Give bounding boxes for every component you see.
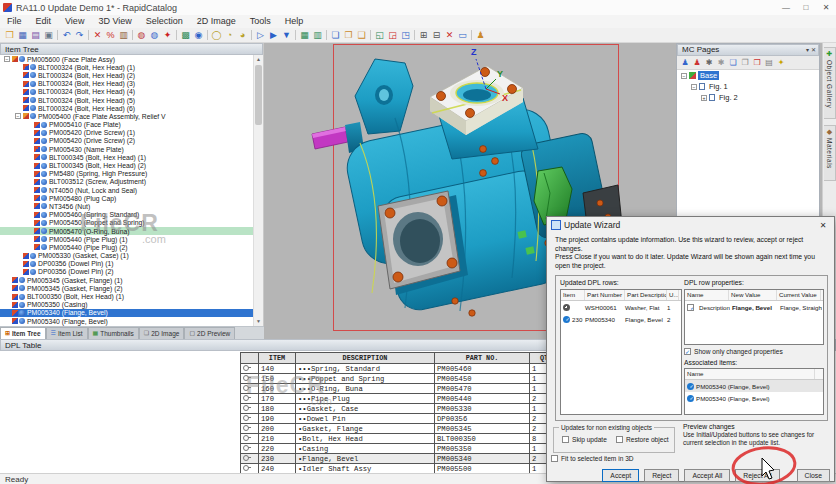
minimize-button[interactable]: — xyxy=(776,3,796,12)
view-cube-red-icon[interactable]: ◲ xyxy=(386,29,399,42)
expander-icon[interactable]: − xyxy=(681,73,687,79)
dialog-close-icon[interactable]: ✕ xyxy=(812,221,834,230)
play-step-icon[interactable]: ▷ xyxy=(254,29,267,42)
tree-item[interactable]: PM005420 (Drive Screw) (1) xyxy=(0,129,254,137)
menu-item-2d-image[interactable]: 2D Image xyxy=(190,15,243,28)
play-down-icon[interactable]: ▼ xyxy=(280,29,293,42)
checkbox-icon[interactable] xyxy=(562,436,569,443)
redo-icon[interactable]: ↷ xyxy=(73,29,86,42)
remove-view-icon[interactable]: ✕ xyxy=(443,29,456,42)
mc-page-item[interactable]: −Fig. 1 xyxy=(677,81,819,92)
tree-scrollbar[interactable]: ▲ ▼ xyxy=(253,55,263,326)
vertical-tab-materials[interactable]: ◆Materials xyxy=(824,125,836,181)
tab-2d-preview[interactable]: ▢2D Preview xyxy=(184,327,235,339)
mc-page-del-icon[interactable]: ❒ xyxy=(751,58,763,67)
mc-pages-tree[interactable]: −Base−Fig. 1+Fig. 2 xyxy=(677,70,819,103)
expander-icon[interactable]: − xyxy=(4,56,10,62)
tree-item[interactable]: BLT000345 (Bolt, Hex Head) (1) xyxy=(0,153,254,161)
menu-item-edit[interactable]: Edit xyxy=(29,15,59,28)
tree-item[interactable]: PM005430 (Name Plate) xyxy=(0,145,254,153)
associated-items-list[interactable]: Name✓PM005340 (Flange, Bevel)✓PM005340 (… xyxy=(684,368,824,415)
apply-view-icon[interactable]: ▦ xyxy=(298,29,311,42)
tree-item[interactable]: PM005410 (Face Plate) xyxy=(0,121,254,129)
mc-page-copy-icon[interactable]: ❐ xyxy=(739,58,751,67)
tab-item-list[interactable]: ☰Item List xyxy=(46,327,88,339)
item-tree[interactable]: −PM005600 (Face Plate Assy)BLT000324 (Bo… xyxy=(0,55,254,326)
camera-icon[interactable]: ◉ xyxy=(192,29,205,42)
maximize-button[interactable]: □ xyxy=(796,3,816,12)
mc-gear2-icon[interactable]: ✱ xyxy=(715,58,727,67)
reject-button[interactable]: Reject xyxy=(644,469,679,482)
tree-item[interactable]: PM005440 (Pipe Plug) (2) xyxy=(0,243,254,251)
tree-item[interactable]: PM005460 (Spring, Standard) xyxy=(0,211,254,219)
menu-item-file[interactable]: File xyxy=(0,15,29,28)
tree-item[interactable]: BLT000345 (Bolt, Hex Head) (2) xyxy=(0,161,254,169)
tree-item[interactable]: BLT000324 (Bolt, Hex Head) (6) xyxy=(0,104,254,112)
paste-page-icon[interactable]: ❐ xyxy=(342,29,355,42)
grid-alt-icon[interactable]: ⊟ xyxy=(430,29,443,42)
menu-item-help[interactable]: Help xyxy=(278,15,311,28)
tree-item[interactable]: PM005450 (Poppet and Spring) xyxy=(0,219,254,227)
mc-user-blue-icon[interactable]: ♟ xyxy=(679,58,691,67)
checkbox-icon[interactable] xyxy=(551,455,558,462)
accept-button[interactable]: Accept xyxy=(602,469,639,482)
close-button[interactable]: ✕ xyxy=(816,3,836,12)
vertical-tab-object-gallery[interactable]: ✚Object Gallery xyxy=(824,47,836,119)
tree-item[interactable]: PM5480 (Spring, High Pressure) xyxy=(0,170,254,178)
tree-item[interactable]: −PM005400 (Face Plate Assembly, Relief V xyxy=(0,112,254,120)
row-properties-list[interactable]: NameNew ValueCurrent Value✓DescriptionFl… xyxy=(684,289,824,345)
updated-dpl-row[interactable]: ✓230PM005340Flange, Bevel2 xyxy=(561,313,681,325)
play-icon[interactable]: ▶ xyxy=(267,29,280,42)
checkbox-icon[interactable]: ✓ xyxy=(687,304,694,311)
checkbox-icon[interactable] xyxy=(616,436,623,443)
undo-icon[interactable]: ↶ xyxy=(60,29,73,42)
tree-item[interactable]: BLT000324 (Bolt, Hex Head) (4) xyxy=(0,88,254,96)
tree-item[interactable]: PM005480 (Plug Cap) xyxy=(0,194,254,202)
grid-icon[interactable]: ⊞ xyxy=(417,29,430,42)
updated-rows-list[interactable]: ItemPart NumberPart DescriptionU...WSH00… xyxy=(560,289,682,415)
menu-item-tools[interactable]: Tools xyxy=(243,15,278,28)
print-icon[interactable]: ▣ xyxy=(42,29,55,42)
mc-gear-icon[interactable]: ✱ xyxy=(703,58,715,67)
tree-item[interactable]: NT3456 (Nut) xyxy=(0,202,254,210)
scroll-thumb[interactable] xyxy=(255,65,262,125)
mc-menu-icon[interactable]: ▾ xyxy=(806,44,809,56)
tree-item[interactable]: BLT000324 (Bolt, Hex Head) (2) xyxy=(0,71,254,79)
property-row[interactable]: ✓DescriptionFlange, BevelFlange, Straigh… xyxy=(685,301,823,313)
tree-item[interactable]: DP00356 (Dowel Pin) (1) xyxy=(0,260,254,268)
robot-icon[interactable]: ✦ xyxy=(161,29,174,42)
tree-item[interactable]: PM005350 (Casing) xyxy=(0,301,254,309)
tab-item-tree[interactable]: ⊞Item Tree xyxy=(0,327,46,339)
zoom-blue-icon[interactable]: ◍ xyxy=(148,29,161,42)
show-only-changed-checkbox[interactable]: ✓ Show only changed properties xyxy=(684,348,783,355)
open-file-icon[interactable]: ❒ xyxy=(3,29,16,42)
tree-item[interactable]: BLT000324 (Bolt, Hex Head) (3) xyxy=(0,80,254,88)
scroll-down-icon[interactable]: ▼ xyxy=(254,317,263,326)
orbit-y-icon[interactable]: ◔ xyxy=(223,29,236,42)
page-stack-icon[interactable]: ❑ xyxy=(355,29,368,42)
tree-item[interactable]: PM005440 (Pipe Plug) (1) xyxy=(0,235,254,243)
library-icon[interactable]: ▥ xyxy=(117,29,130,42)
expander-icon[interactable]: − xyxy=(15,113,21,119)
mc-star-icon[interactable]: ✦ xyxy=(775,58,787,67)
save-icon[interactable]: ▦ xyxy=(16,29,29,42)
fit-to-selected-checkbox[interactable]: Fit to selected item in 3D xyxy=(551,455,634,462)
tree-item[interactable]: PM005340 (Flange, Bevel) xyxy=(0,309,254,317)
tree-item[interactable]: PM005345 (Gasket, Flange) (2) xyxy=(0,284,254,292)
mc-page-add-icon[interactable]: ❏ xyxy=(727,58,739,67)
tree-item[interactable]: PM005340 (Flange, Bevel) xyxy=(0,317,254,325)
mc-stack-icon[interactable]: ▤ xyxy=(763,58,775,67)
user-icon[interactable]: ♟ xyxy=(474,29,487,42)
menu-item-selection[interactable]: Selection xyxy=(139,15,190,28)
mc-user-red-icon[interactable]: ♟ xyxy=(691,58,703,67)
orbit-x-icon[interactable]: ◯ xyxy=(210,29,223,42)
apply-all-icon[interactable]: ▥ xyxy=(311,29,324,42)
capture-icon[interactable]: ▩ xyxy=(179,29,192,42)
tree-item[interactable]: DP00356 (Dowel Pin) (2) xyxy=(0,268,254,276)
discount-icon[interactable]: % xyxy=(104,29,117,42)
expander-icon[interactable]: − xyxy=(691,84,697,90)
expander-icon[interactable]: + xyxy=(701,95,707,101)
view-cube-green-icon[interactable]: ◱ xyxy=(373,29,386,42)
tree-item[interactable]: BLT000324 (Bolt, Hex Head) (1) xyxy=(0,63,254,71)
restore-object-checkbox[interactable]: Restore object xyxy=(616,436,669,443)
